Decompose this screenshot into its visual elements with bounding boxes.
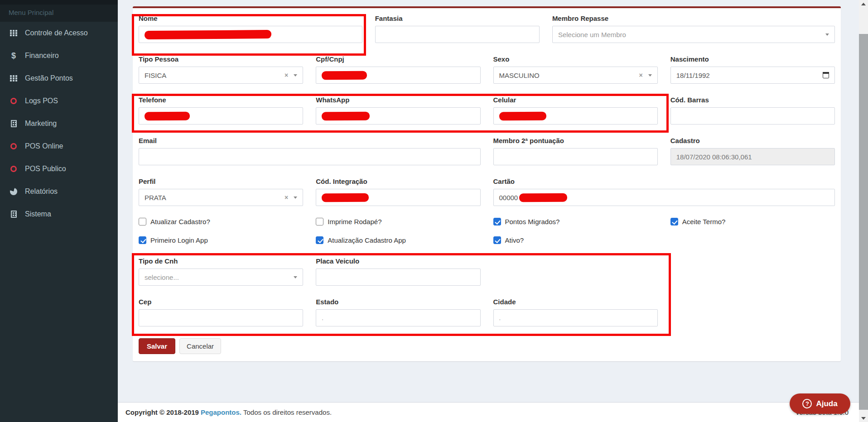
nascimento-date-input[interactable]: 18/11/1992 [670,67,835,84]
chevron-down-icon [825,34,829,36]
sidebar-header: Menu Principal [0,5,118,22]
nome-input[interactable] [139,26,362,43]
checkbox-icon[interactable] [493,236,501,244]
scroll-up-arrow-icon[interactable] [859,0,868,8]
tipo-cnh-select[interactable]: selecione... [139,269,303,286]
scroll-down-arrow-icon[interactable] [859,414,868,422]
sidebar-menu: Controle de Acesso Financeiro Gestão Pon… [0,22,118,225]
checkbox-ativo[interactable]: Ativo? [493,236,658,244]
sidebar-item-relatorios[interactable]: Relatórios [0,180,118,203]
estado-label: Estado [316,297,480,306]
cod-integracao-input[interactable] [316,189,480,206]
save-button[interactable]: Salvar [139,338,175,354]
checkbox-icon[interactable] [316,236,323,244]
cod-barras-input[interactable] [670,107,835,125]
membro-repasse-select[interactable]: Selecione um Membro [552,26,835,43]
cod-barras-label: Cód. Barras [670,96,835,104]
cep-input[interactable] [139,309,303,326]
cartao-input[interactable]: 00000 [493,189,835,206]
redaction-mark [145,111,190,120]
form-actions: Salvar Cancelar [139,338,835,354]
cpf-cnpj-label: Cpf/Cnpj [316,55,480,63]
tipo-cnh-label: Tipo de Cnh [139,257,303,265]
checkbox-icon[interactable] [670,218,678,225]
email-input[interactable] [139,148,481,165]
footer: Copyright © 2018-2019 Pegapontos. Todos … [118,402,859,422]
cadastro-input: 18/07/2020 08:06:30,061 [670,148,835,165]
celular-input[interactable] [493,107,658,125]
tipo-pessoa-select[interactable]: FISICA × [139,67,303,84]
checkbox-icon[interactable] [139,218,146,225]
cpf-cnpj-input[interactable] [316,67,480,84]
calendar-icon[interactable] [823,72,829,78]
cidade-input[interactable]: . [493,309,658,326]
field-fantasia: Fantasia [375,14,540,43]
cadastro-label: Cadastro [670,136,835,145]
field-nascimento: Nascimento 18/11/1992 [670,55,835,84]
cancel-button[interactable]: Cancelar [179,338,221,354]
fantasia-input[interactable] [375,26,540,43]
building-icon [8,120,19,128]
field-tipo-cnh: Tipo de Cnh selecione... [139,257,303,286]
membro-repasse-label: Membro Repasse [552,14,835,23]
checkbox-atualizar-cadastro[interactable]: Atualizar Cadastro? [139,218,303,225]
member-form-card: Nome Fantasia Membro Repasse Selecione u… [133,6,841,361]
membro-2a-pontuacao-input[interactable] [493,148,658,165]
checkbox-atualizacao-cadastro-app[interactable]: Atualização Cadastro App [316,236,480,244]
checkbox-pontos-migrados[interactable]: Pontos Migrados? [493,218,658,225]
form-row-2: Tipo Pessoa FISICA × Cpf/Cnpj [139,55,835,84]
page: Menu Principal Controle de Acesso Financ… [0,0,868,422]
field-nome: Nome [139,14,362,43]
placa-veiculo-input[interactable] [316,269,480,286]
checkbox-icon[interactable] [316,218,323,225]
email-label: Email [139,136,481,145]
grid-icon [8,29,19,37]
form-row-1: Nome Fantasia Membro Repasse Selecione u… [139,14,835,43]
cartao-label: Cartão [493,177,835,186]
rights-text: Todos os direitos reservados. [243,408,332,416]
field-cep: Cep [139,297,303,326]
field-membro-2a-pontuacao: Membro 2ª pontuação [493,136,658,165]
sidebar-item-gestao-pontos[interactable]: Gestão Pontos [0,67,118,90]
whatsapp-input[interactable] [316,107,480,125]
form-row-cnh: Tipo de Cnh selecione... Placa Veiculo [139,257,835,286]
sidebar-item-pos-publico[interactable]: POS Publico [0,158,118,180]
scrollbar-thumb[interactable] [859,34,868,410]
redaction-mark [519,193,567,202]
form-row-3: Telefone WhatsApp Celular [139,96,835,125]
field-cadastro: Cadastro 18/07/2020 08:06:30,061 [670,136,835,165]
field-sexo: Sexo MASCULINO × [493,55,658,84]
sidebar-item-marketing[interactable]: Marketing [0,112,118,135]
redaction-mark [145,30,271,39]
clear-icon[interactable]: × [285,72,288,78]
checkbox-imprime-rodape[interactable]: Imprime Rodapé? [316,218,480,225]
vertical-scrollbar[interactable] [859,0,868,422]
sidebar-item-pos-online[interactable]: POS Online [0,135,118,158]
field-estado: Estado . [316,297,480,326]
sidebar-item-logs-pos[interactable]: Logs POS [0,90,118,112]
estado-input[interactable]: . [316,309,480,326]
field-cpf-cnpj: Cpf/Cnpj [316,55,480,84]
sidebar-item-sistema[interactable]: Sistema [0,203,118,225]
clear-icon[interactable]: × [639,72,643,78]
checkbox-icon[interactable] [139,236,146,244]
sexo-select[interactable]: MASCULINO × [493,67,658,84]
perfil-select[interactable]: PRATA × [139,189,303,206]
redaction-mark [322,193,369,202]
pie-chart-icon [8,187,19,196]
form-row-4: Email Membro 2ª pontuação Cadastro 18/07… [139,136,835,165]
telefone-input[interactable] [139,107,303,125]
sidebar-item-controle-de-acesso[interactable]: Controle de Acesso [0,22,118,44]
help-button[interactable]: ? Ajuda [790,393,850,414]
grid-icon [8,74,19,82]
checkbox-icon[interactable] [493,218,501,225]
field-membro-repasse: Membro Repasse Selecione um Membro [552,14,835,43]
field-perfil: Perfil PRATA × [139,177,303,206]
checkbox-aceite-termo[interactable]: Aceite Termo? [670,218,835,225]
clear-icon[interactable]: × [285,194,288,201]
checkbox-primeiro-login-app[interactable]: Primeiro Login App [139,236,303,244]
circle-icon [8,97,19,105]
brand-link[interactable]: Pegapontos. [201,408,241,416]
sidebar-item-financeiro[interactable]: Financeiro [0,44,118,67]
field-whatsapp: WhatsApp [316,96,480,125]
